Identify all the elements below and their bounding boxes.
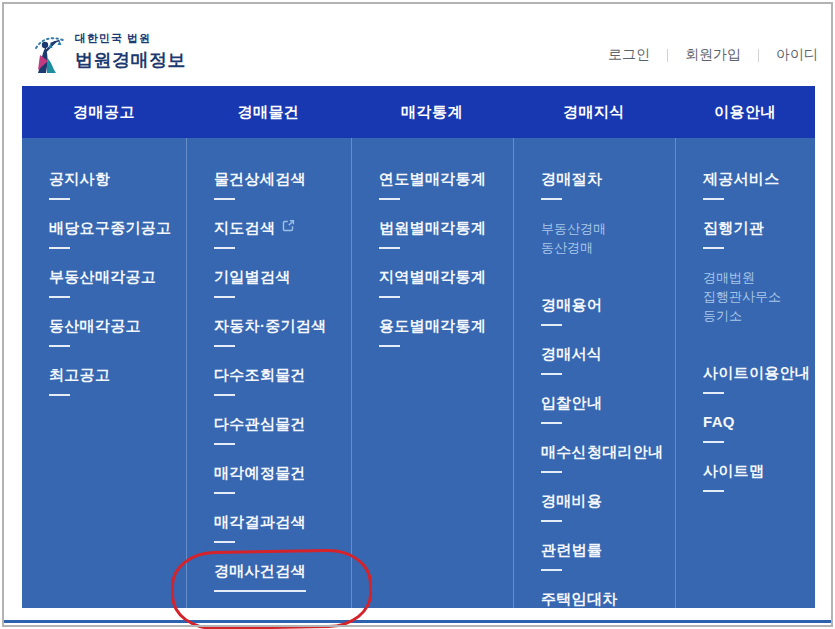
- menu-item[interactable]: 공지사항: [49, 170, 186, 200]
- menu-item[interactable]: 경매사건검색: [214, 562, 351, 592]
- menu-item[interactable]: 입찰안내: [541, 394, 675, 424]
- menu-item-label: 용도별매각통계: [379, 317, 486, 335]
- menu-item-underline: [703, 198, 724, 200]
- menu-column-sale-statistics: 연도별매각통계법원별매각통계지역별매각통계용도별매각통계: [351, 138, 513, 608]
- menu-item[interactable]: 법원별매각통계: [379, 219, 513, 249]
- menu-item-label: 연도별매각통계: [379, 170, 486, 188]
- menu-item-label: 지도검색: [214, 219, 275, 237]
- menu-item-label: 매수신청대리안내: [541, 443, 663, 461]
- menu-item[interactable]: 매각결과검색: [214, 513, 351, 543]
- menu-item-underline: [703, 392, 724, 394]
- menu-item-label: 입찰안내: [541, 394, 602, 412]
- menu-item-label: 관련법률: [541, 541, 602, 559]
- menu-item[interactable]: 경매용어: [541, 296, 675, 326]
- menu-item[interactable]: 지도검색: [214, 219, 351, 249]
- nav-tab-sale-statistics[interactable]: 매각통계: [351, 86, 513, 138]
- menu-item-underline: [541, 422, 562, 424]
- menu-item[interactable]: 매수신청대리안내: [541, 443, 675, 473]
- logo-subtitle: 대한민국 법원: [75, 31, 186, 46]
- menu-item-underline: [541, 520, 562, 522]
- menu-item-underline: [703, 441, 724, 443]
- submenu-item[interactable]: 등기소: [703, 306, 815, 325]
- menu-item-underline: [541, 471, 562, 473]
- menu-item[interactable]: 관련법률: [541, 541, 675, 571]
- menu-item[interactable]: 최고공고: [49, 366, 186, 396]
- submenu-item[interactable]: 동산경매: [541, 238, 675, 257]
- menu-item[interactable]: 매각예정물건: [214, 464, 351, 494]
- menu-item[interactable]: 사이트맵: [703, 462, 815, 492]
- signup-link[interactable]: 회원가입: [685, 46, 741, 64]
- menu-item-underline: [541, 569, 562, 571]
- menu-item-label: 경매서식: [541, 345, 602, 363]
- menu-item[interactable]: FAQ: [703, 413, 815, 443]
- menu-item-underline: [541, 324, 562, 326]
- menu-item[interactable]: 부동산매각공고: [49, 268, 186, 298]
- menu-item-underline: [703, 490, 724, 492]
- submenu-item[interactable]: 경매법원: [703, 268, 815, 287]
- submenu-item[interactable]: 부동산경매: [541, 219, 675, 238]
- menu-item[interactable]: 물건상세검색: [214, 170, 351, 200]
- site-logo[interactable]: 대한민국 법원 법원경매정보: [32, 31, 186, 81]
- menu-item[interactable]: 사이트이용안내: [703, 364, 815, 394]
- menu-item[interactable]: 경매절차: [541, 170, 675, 200]
- menu-item-label: 법원별매각통계: [379, 219, 486, 237]
- menu-item[interactable]: 연도별매각통계: [379, 170, 513, 200]
- menu-item-underline: [49, 198, 70, 200]
- logo-title: 법원경매정보: [75, 48, 186, 72]
- menu-item-underline: [214, 198, 235, 200]
- menu-item-label: 최고공고: [49, 366, 110, 384]
- menu-item-label: 매각결과검색: [214, 513, 306, 531]
- menu-item-underline: [214, 492, 235, 494]
- find-id-link[interactable]: 아이디: [776, 46, 818, 64]
- menu-item-underline: [703, 247, 724, 249]
- menu-item-underline: [379, 198, 400, 200]
- nav-tab-auction-knowledge[interactable]: 경매지식: [513, 86, 675, 138]
- utility-links: 로그인회원가입아이디: [608, 46, 818, 64]
- menu-item[interactable]: 지역별매각통계: [379, 268, 513, 298]
- menu-item-underline: [379, 345, 400, 347]
- menu-item-label: 동산매각공고: [49, 317, 141, 335]
- external-link-icon: [282, 219, 295, 232]
- menu-item-underline: [541, 373, 562, 375]
- menu-item[interactable]: 경매비용: [541, 492, 675, 522]
- menu-item-label: 지역별매각통계: [379, 268, 486, 286]
- menu-item[interactable]: 용도별매각통계: [379, 317, 513, 347]
- menu-item-underline: [214, 247, 235, 249]
- menu-column-usage-guide: 제공서비스집행기관경매법원집행관사무소등기소사이트이용안내FAQ사이트맵: [675, 138, 815, 608]
- menu-item-underline: [379, 247, 400, 249]
- submenu: 경매법원집행관사무소등기소: [703, 268, 815, 325]
- menu-item-underline: [49, 345, 70, 347]
- menu-item-underline: [214, 394, 235, 396]
- menu-item-underline: [49, 296, 70, 298]
- menu-item[interactable]: 배당요구종기공고: [49, 219, 186, 249]
- menu-item-label: 경매절차: [541, 170, 602, 188]
- menu-item[interactable]: 경매서식: [541, 345, 675, 375]
- menu-item[interactable]: 주택임대차: [541, 590, 675, 608]
- menu-column-auction-knowledge: 경매절차부동산경매동산경매경매용어경매서식입찰안내매수신청대리안내경매비용관련법…: [513, 138, 675, 608]
- nav-tab-auction-items[interactable]: 경매물건: [186, 86, 351, 138]
- menu-item[interactable]: 집행기관: [703, 219, 815, 249]
- menu-item-label: 주택임대차: [541, 590, 618, 608]
- menu-item-label: FAQ: [703, 413, 735, 431]
- logo-text: 대한민국 법원 법원경매정보: [75, 31, 186, 72]
- menu-item-label: 제공서비스: [703, 170, 780, 188]
- menu-item[interactable]: 제공서비스: [703, 170, 815, 200]
- submenu-item[interactable]: 집행관사무소: [703, 287, 815, 306]
- menu-item-underline: [379, 296, 400, 298]
- menu-item-label: 사이트이용안내: [703, 364, 810, 382]
- menu-item-label: 다수조회물건: [214, 366, 306, 384]
- menu-item-label: 경매사건검색: [214, 562, 306, 580]
- menu-item[interactable]: 자동차·중기검색: [214, 317, 351, 347]
- menu-item[interactable]: 다수관심물건: [214, 415, 351, 445]
- menu-item-label: 물건상세검색: [214, 170, 306, 188]
- menu-item-label: 부동산매각공고: [49, 268, 156, 286]
- nav-tab-auction-notice[interactable]: 경매공고: [22, 86, 186, 138]
- menu-item[interactable]: 다수조회물건: [214, 366, 351, 396]
- menu-item-label: 경매용어: [541, 296, 602, 314]
- menu-item[interactable]: 동산매각공고: [49, 317, 186, 347]
- bottom-rule: [4, 620, 831, 623]
- nav-tab-usage-guide[interactable]: 이용안내: [675, 86, 815, 138]
- menu-item[interactable]: 기일별검색: [214, 268, 351, 298]
- menu-item-label: 배당요구종기공고: [49, 219, 171, 237]
- login-link[interactable]: 로그인: [608, 46, 650, 64]
